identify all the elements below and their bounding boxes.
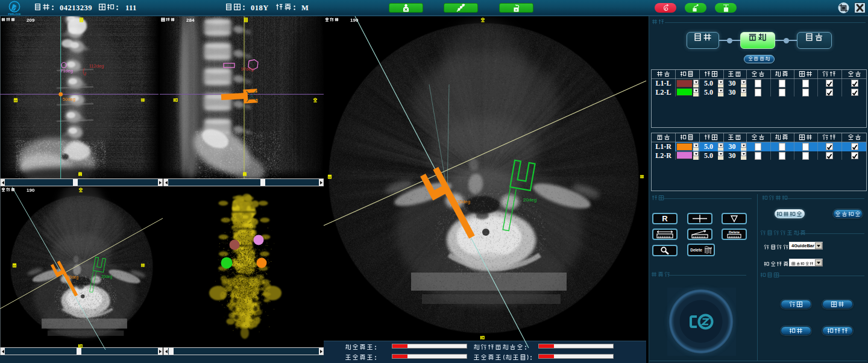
svg-text:PERLOVE: PERLOVE	[8, 13, 21, 16]
svg-text:Delete: Delete	[690, 248, 702, 252]
svg-text:Delete: Delete	[729, 230, 740, 234]
